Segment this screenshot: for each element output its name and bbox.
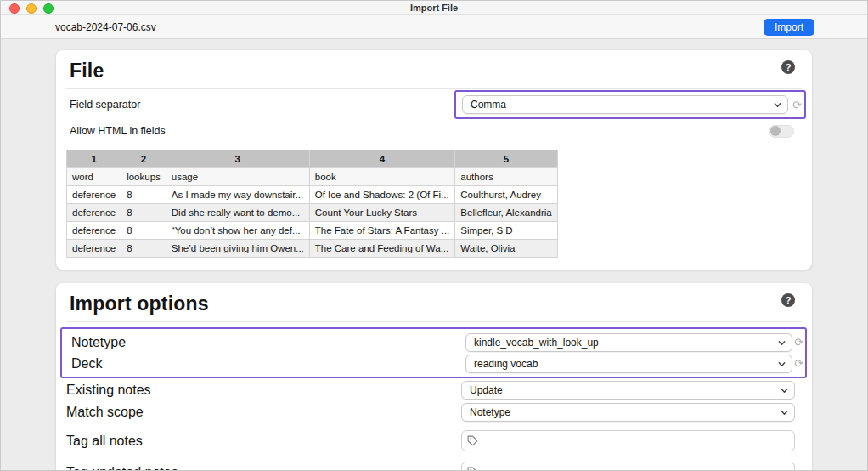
field-name-cell: book	[309, 168, 455, 186]
column-number: 3	[166, 150, 309, 168]
table-cell: Bellefleur, Alexandria	[455, 204, 557, 222]
deck-label: Deck	[62, 356, 102, 372]
deck-row: Deck reading vocab ⟳	[62, 353, 805, 374]
allow-html-toggle[interactable]	[769, 125, 794, 138]
table-row: deference 8 She’d been giving him Owen..…	[67, 240, 558, 258]
chevron-down-icon	[778, 339, 786, 347]
tag-updated-notes-row: Tag updated notes	[66, 462, 802, 471]
match-scope-label: Match scope	[66, 405, 144, 420]
traffic-lights	[9, 3, 54, 14]
import-options-title: Import options	[66, 290, 802, 321]
preview-table: 1 2 3 4 5 word lookups usage book author…	[66, 150, 558, 258]
close-window-button[interactable]	[9, 3, 20, 14]
tag-all-notes-field	[461, 430, 795, 451]
field-separator-value: Comma	[471, 99, 506, 111]
notetype-select[interactable]: kindle_vocab_with_look_up	[465, 333, 792, 352]
tag-all-notes-row: Tag all notes	[66, 430, 802, 451]
tag-all-notes-input[interactable]	[482, 435, 789, 447]
tag-icon	[467, 435, 478, 446]
table-cell: Count Your Lucky Stars	[309, 204, 455, 222]
window-title: Import File	[410, 3, 458, 13]
table-cell: 8	[121, 186, 166, 204]
tag-all-notes-label: Tag all notes	[66, 434, 143, 449]
file-section-card: ? File Field separator Comma ⟳ Allow HTM…	[56, 50, 812, 270]
chevron-down-icon	[781, 409, 788, 417]
tag-updated-notes-label: Tag updated notes	[66, 465, 178, 471]
minimize-window-button[interactable]	[26, 3, 37, 14]
field-separator-label: Field separator	[66, 99, 140, 111]
revert-icon[interactable]: ⟳	[792, 337, 805, 348]
table-row: deference 8 “You don’t show her any def.…	[67, 222, 558, 240]
toolbar: vocab-2024-07-06.csv Import	[1, 15, 867, 39]
match-scope-value: Notetype	[470, 406, 510, 418]
import-button[interactable]: Import	[764, 19, 814, 36]
existing-notes-select[interactable]: Update	[461, 381, 795, 400]
table-row: deference 8 Did she really want to demo.…	[67, 204, 558, 222]
table-cell: deference	[67, 204, 121, 222]
table-field-names-row: word lookups usage book authors	[67, 168, 558, 186]
import-options-card: ? Import options Notetype kindle_vocab_w…	[56, 283, 812, 471]
section-divider	[66, 321, 802, 322]
allow-html-label: Allow HTML in fields	[66, 125, 166, 137]
table-row: deference 8 As I made my way downstair..…	[67, 186, 558, 204]
tag-updated-notes-field	[461, 462, 795, 471]
file-section-title: File	[66, 57, 802, 88]
tag-updated-notes-input[interactable]	[482, 467, 789, 471]
table-column-numbers-row: 1 2 3 4 5	[67, 150, 558, 168]
tag-icon	[467, 467, 478, 471]
revert-icon[interactable]: ⟳	[791, 99, 803, 111]
table-cell: deference	[67, 222, 121, 240]
table-cell: The Care and Feeding of Wa...	[309, 240, 455, 258]
field-name-cell: authors	[455, 168, 557, 186]
match-scope-row: Match scope Notetype	[66, 401, 802, 423]
zoom-window-button[interactable]	[43, 3, 54, 14]
notetype-label: Notetype	[62, 335, 126, 350]
table-cell: “You don’t show her any def...	[166, 222, 309, 240]
deck-select[interactable]: reading vocab	[465, 355, 792, 373]
table-cell: deference	[67, 186, 121, 204]
revert-icon[interactable]: ⟳	[792, 358, 805, 369]
window-titlebar: Import File	[1, 1, 867, 15]
table-cell: 8	[121, 222, 166, 240]
notetype-row: Notetype kindle_vocab_with_look_up ⟳	[62, 332, 805, 353]
field-separator-select[interactable]: Comma	[462, 95, 788, 114]
help-icon[interactable]: ?	[781, 293, 795, 307]
table-cell: Did she really want to demo...	[166, 204, 309, 222]
table-cell: As I made my way downstair...	[166, 186, 309, 204]
toggle-knob	[770, 126, 781, 136]
notetype-value: kindle_vocab_with_look_up	[474, 337, 599, 349]
deck-value: reading vocab	[474, 358, 538, 370]
match-scope-select[interactable]: Notetype	[461, 403, 795, 422]
notetype-deck-highlight: Notetype kindle_vocab_with_look_up ⟳ Dec…	[60, 327, 807, 378]
table-cell: She’d been giving him Owen...	[166, 240, 309, 258]
column-number: 2	[121, 150, 166, 168]
chevron-down-icon	[781, 387, 788, 394]
table-cell: Coulthurst, Audrey	[455, 186, 557, 204]
help-icon[interactable]: ?	[781, 60, 795, 74]
column-number: 1	[67, 150, 121, 168]
field-separator-row: Field separator Comma ⟳	[66, 89, 802, 120]
main-content: ? File Field separator Comma ⟳ Allow HTM…	[1, 39, 867, 471]
table-cell: Waite, Olivia	[455, 240, 557, 258]
table-cell: The Fate of Stars: A Fantasy ...	[309, 222, 455, 240]
existing-notes-value: Update	[470, 384, 503, 396]
existing-notes-row: Existing notes Update	[66, 379, 802, 400]
file-name-label: vocab-2024-07-06.csv	[55, 21, 156, 33]
existing-notes-label: Existing notes	[66, 383, 151, 398]
field-separator-highlight: Comma ⟳	[454, 90, 806, 119]
field-name-cell: usage	[166, 168, 309, 186]
field-name-cell: lookups	[121, 168, 166, 186]
table-cell: Of Ice and Shadows: 2 (Of Fi...	[309, 186, 455, 204]
chevron-down-icon	[778, 360, 786, 368]
table-cell: 8	[121, 240, 166, 258]
table-cell: Simper, S D	[455, 222, 557, 240]
table-cell: 8	[121, 204, 166, 222]
column-number: 4	[309, 150, 455, 168]
column-number: 5	[455, 150, 557, 168]
allow-html-row: Allow HTML in fields	[66, 120, 802, 142]
field-name-cell: word	[67, 168, 121, 186]
chevron-down-icon	[774, 101, 781, 109]
table-cell: deference	[67, 240, 121, 258]
